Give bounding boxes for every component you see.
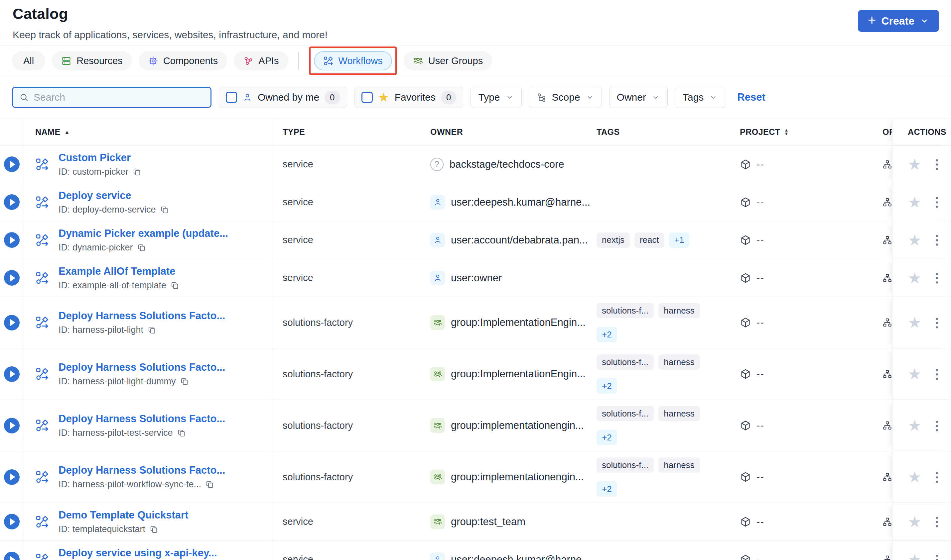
column-header-project[interactable]: PROJECT ▲▼: [727, 119, 875, 145]
entity-name-link[interactable]: Example AllOf Template: [59, 265, 179, 277]
tag-more-badge[interactable]: +2: [596, 327, 617, 342]
sitemap-icon[interactable]: [883, 197, 892, 208]
entity-id: ID: deploy-demo-service: [59, 205, 156, 215]
tab-user-groups[interactable]: User Groups: [404, 51, 492, 71]
owner-dropdown[interactable]: Owner: [609, 87, 668, 108]
sitemap-icon[interactable]: [883, 516, 892, 528]
tab-components[interactable]: Components: [139, 51, 227, 71]
kebab-menu-icon[interactable]: ⋮: [931, 272, 943, 284]
kebab-menu-icon[interactable]: ⋮: [931, 368, 943, 380]
tag-badge[interactable]: harness: [658, 354, 700, 370]
reset-button[interactable]: Reset: [737, 91, 765, 103]
play-icon: [10, 237, 15, 244]
copy-icon[interactable]: [149, 525, 158, 534]
entity-name-link[interactable]: Deploy Harness Solutions Facto...: [59, 362, 225, 373]
sitemap-icon[interactable]: [883, 554, 892, 560]
favorite-star-icon[interactable]: ★: [908, 552, 922, 560]
favorites-filter[interactable]: ★ Favorites 0: [355, 87, 463, 108]
entity-name-link[interactable]: Deploy Harness Solutions Facto...: [59, 465, 225, 476]
tab-all[interactable]: All: [12, 51, 45, 71]
column-header-name[interactable]: NAME ▲: [24, 119, 272, 145]
favorite-star-icon[interactable]: ★: [908, 366, 922, 382]
copy-icon[interactable]: [180, 377, 189, 386]
run-workflow-button[interactable]: [4, 157, 20, 172]
entity-name-link[interactable]: Dynamic Picker example (update...: [59, 228, 228, 240]
kebab-menu-icon[interactable]: ⋮: [931, 196, 943, 208]
tag-more-badge[interactable]: +2: [596, 378, 617, 394]
tag-badge[interactable]: solutions-f...: [596, 406, 654, 421]
kebab-menu-icon[interactable]: ⋮: [931, 515, 943, 528]
run-workflow-button[interactable]: [4, 315, 20, 331]
kebab-menu-icon[interactable]: ⋮: [931, 158, 943, 171]
sitemap-icon[interactable]: [883, 471, 892, 483]
entity-name-link[interactable]: Deploy Harness Solutions Facto...: [59, 310, 225, 322]
kebab-menu-icon[interactable]: ⋮: [931, 234, 943, 246]
entity-name-link[interactable]: Deploy service: [59, 190, 169, 202]
tag-badge[interactable]: solutions-f...: [596, 457, 654, 473]
tag-more-badge[interactable]: +2: [596, 481, 617, 497]
copy-icon[interactable]: [177, 428, 186, 437]
kebab-menu-icon[interactable]: ⋮: [931, 420, 943, 432]
tags-dropdown[interactable]: Tags: [675, 87, 725, 108]
tab-components-label: Components: [163, 55, 218, 66]
owner-value: group:ImplementationEngin...: [451, 368, 585, 380]
tab-apis[interactable]: APIs: [234, 51, 288, 71]
run-workflow-button[interactable]: [4, 514, 20, 529]
entity-name-link[interactable]: Deploy Harness Solutions Facto...: [59, 413, 225, 425]
tab-resources[interactable]: Resources: [52, 51, 132, 71]
copy-icon[interactable]: [205, 480, 214, 489]
tag-badge[interactable]: solutions-f...: [596, 354, 654, 370]
sitemap-icon[interactable]: [883, 368, 892, 380]
run-workflow-button[interactable]: [4, 270, 20, 286]
tag-more-badge[interactable]: +2: [596, 430, 617, 445]
entity-name-link[interactable]: Deploy service using x-api-key...: [59, 547, 217, 559]
entity-name-link[interactable]: Custom Picker: [59, 152, 141, 164]
copy-icon[interactable]: [160, 205, 169, 214]
favorites-checkbox[interactable]: [361, 92, 373, 103]
favorites-count: 0: [441, 91, 456, 104]
tag-badge[interactable]: harness: [658, 303, 700, 318]
copy-icon[interactable]: [147, 326, 156, 334]
tag-badge[interactable]: harness: [658, 406, 700, 421]
favorite-star-icon[interactable]: ★: [908, 157, 922, 172]
sitemap-icon[interactable]: [883, 317, 892, 328]
copy-icon[interactable]: [137, 243, 146, 252]
copy-icon[interactable]: [132, 168, 141, 176]
kebab-menu-icon[interactable]: ⋮: [931, 471, 943, 483]
table-row: Deploy Harness Solutions Facto... ID: ha…: [0, 400, 951, 451]
kebab-menu-icon[interactable]: ⋮: [931, 317, 943, 329]
favorite-star-icon[interactable]: ★: [908, 469, 922, 485]
favorite-star-icon[interactable]: ★: [908, 232, 922, 248]
group-icon: [430, 470, 445, 484]
favorite-star-icon[interactable]: ★: [908, 270, 922, 286]
favorite-star-icon[interactable]: ★: [908, 514, 922, 529]
tab-workflows[interactable]: Workflows: [314, 51, 392, 71]
create-button[interactable]: + Create: [858, 10, 939, 32]
tag-more-badge[interactable]: +1: [669, 232, 690, 248]
run-workflow-button[interactable]: [4, 232, 20, 248]
search-input[interactable]: [34, 92, 204, 103]
run-workflow-button[interactable]: [4, 418, 20, 434]
tag-badge[interactable]: nextjs: [596, 232, 630, 248]
run-workflow-button[interactable]: [4, 552, 20, 560]
sitemap-icon[interactable]: [883, 234, 892, 246]
favorite-star-icon[interactable]: ★: [908, 195, 922, 210]
run-workflow-button[interactable]: [4, 366, 20, 382]
tag-badge[interactable]: react: [635, 232, 664, 248]
sitemap-icon[interactable]: [883, 420, 892, 431]
sitemap-icon[interactable]: [883, 159, 892, 170]
kebab-menu-icon[interactable]: ⋮: [931, 553, 943, 560]
sitemap-icon[interactable]: [883, 272, 892, 284]
tag-badge[interactable]: harness: [658, 457, 700, 473]
scope-dropdown[interactable]: Scope: [529, 87, 602, 108]
copy-icon[interactable]: [170, 281, 179, 290]
run-workflow-button[interactable]: [4, 469, 20, 485]
tag-badge[interactable]: solutions-f...: [596, 303, 654, 318]
favorite-star-icon[interactable]: ★: [908, 315, 922, 330]
run-workflow-button[interactable]: [4, 194, 20, 210]
owned-by-me-filter[interactable]: Owned by me 0: [219, 87, 347, 108]
entity-name-link[interactable]: Demo Template Quickstart: [59, 509, 188, 521]
owned-by-me-checkbox[interactable]: [226, 92, 237, 103]
favorite-star-icon[interactable]: ★: [908, 418, 922, 433]
type-dropdown[interactable]: Type: [471, 87, 521, 108]
